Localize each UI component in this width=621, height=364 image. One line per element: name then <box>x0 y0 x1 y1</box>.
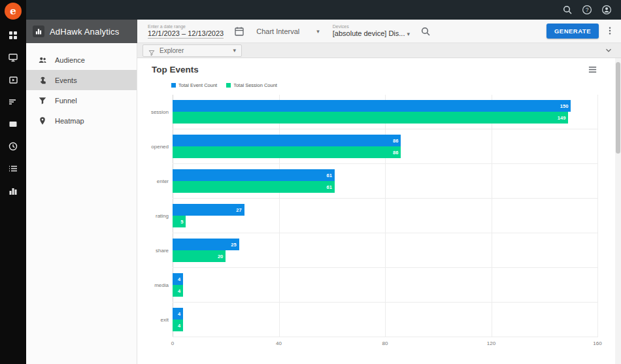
generate-button[interactable]: GENERATE <box>546 24 599 39</box>
devices-label: Devices <box>333 24 410 29</box>
bar-rating[interactable]: 5 <box>173 216 186 227</box>
list-icon[interactable] <box>8 163 18 174</box>
bar-session[interactable]: 150 <box>173 100 571 112</box>
bar-value-label: 61 <box>326 173 331 178</box>
date-range-field[interactable]: Enter a date range 12/1/2023 – 12/13/202… <box>148 24 224 39</box>
search-icon[interactable] <box>420 26 431 37</box>
help-icon[interactable]: ? <box>582 5 592 15</box>
category-label: opened <box>152 129 173 164</box>
sidebar-nav: Audience Events Funnel Heatmap <box>26 43 137 364</box>
bar-opened[interactable]: 86 <box>173 135 401 146</box>
desktop-icon[interactable] <box>8 52 18 63</box>
bar-value-label: 5 <box>180 219 183 225</box>
legend-label: Total Event Count <box>178 82 217 88</box>
explorer-select[interactable]: Explorer ▾ <box>143 44 242 57</box>
scrollbar-thumb[interactable] <box>616 62 620 154</box>
category-labels: sessionopenedenterratingsharemediaexit <box>152 95 173 337</box>
svg-text:?: ? <box>586 7 589 13</box>
bar-exit[interactable]: 4 <box>173 308 183 320</box>
chevron-down-icon: ▾ <box>233 47 236 54</box>
chart-menu-icon[interactable] <box>588 65 597 74</box>
card-title: Top Events <box>152 65 199 74</box>
x-axis-tick-label: 160 <box>593 340 601 346</box>
sort-icon[interactable] <box>8 97 18 107</box>
legend-item: Total Session Count <box>226 82 277 88</box>
x-axis: 04080120160 <box>173 337 597 348</box>
bar-chart-icon[interactable] <box>8 186 18 196</box>
chart-row: 275 <box>173 199 597 233</box>
calendar-icon[interactable] <box>234 26 244 37</box>
bar-media[interactable]: 4 <box>173 285 183 297</box>
legend-swatch <box>171 83 176 88</box>
more-options-icon[interactable] <box>605 26 614 37</box>
bar-share[interactable]: 25 <box>173 239 239 250</box>
bar-enter[interactable]: 61 <box>173 181 335 193</box>
location-pin-icon <box>38 116 47 125</box>
funnel-icon <box>38 96 47 105</box>
legend-item: Total Event Count <box>171 82 217 88</box>
card-icon[interactable] <box>8 119 18 129</box>
x-axis-tick-label: 80 <box>382 340 388 346</box>
bar-opened[interactable]: 86 <box>173 146 401 158</box>
sidebar-item-label: Audience <box>55 56 85 64</box>
category-label: share <box>152 233 173 268</box>
bar-session[interactable]: 149 <box>173 112 568 124</box>
bar-value-label: 27 <box>236 207 241 213</box>
people-icon <box>38 56 47 65</box>
dashboard-icon[interactable] <box>8 30 18 41</box>
chart-legend: Total Event CountTotal Session Count <box>171 82 597 88</box>
app-window: e ? AdHawk Analytics Audience Events <box>0 0 621 364</box>
analytics-icon <box>33 25 44 37</box>
sidebar-item-label: Funnel <box>55 97 77 105</box>
category-label: media <box>152 268 173 303</box>
chart-plot: 1501498686616127525204444 <box>173 95 597 337</box>
sidebar-item-heatmap[interactable]: Heatmap <box>26 110 137 131</box>
devices-value[interactable]: [absolute device] Dis... ▾ <box>333 29 410 38</box>
bar-media[interactable]: 4 <box>173 273 183 285</box>
explorer-label: Explorer <box>159 47 228 54</box>
chart-row: 8686 <box>173 129 597 164</box>
chevron-down-icon: ▾ <box>407 31 411 37</box>
chart-row: 44 <box>173 268 597 303</box>
search-icon[interactable] <box>562 5 573 15</box>
chart-interval-select[interactable]: Chart Interval ▾ <box>256 27 320 35</box>
app-title: AdHawk Analytics <box>50 27 120 37</box>
bar-value-label: 61 <box>326 184 331 190</box>
adhawk-logo-icon[interactable]: e <box>5 3 22 20</box>
touch-icon <box>38 76 47 85</box>
x-axis-row: 04080120160 <box>152 337 597 348</box>
sidebar-item-label: Events <box>55 76 77 84</box>
icon-rail: e <box>0 0 26 364</box>
date-range-value[interactable]: 12/1/2023 – 12/13/2023 <box>148 29 224 39</box>
history-icon[interactable] <box>8 141 18 152</box>
bar-value-label: 4 <box>178 311 180 317</box>
category-label: rating <box>152 199 173 233</box>
sidebar-item-events[interactable]: Events <box>26 70 137 90</box>
bar-value-label: 25 <box>231 242 236 248</box>
query-toolbar: Enter a date range 12/1/2023 – 12/13/202… <box>137 20 621 43</box>
devices-field[interactable]: Devices [absolute device] Dis... ▾ <box>333 24 410 38</box>
gridline <box>597 95 598 337</box>
bar-value-label: 20 <box>218 254 223 259</box>
bar-value-label: 149 <box>558 115 566 121</box>
vertical-scrollbar[interactable] <box>615 58 621 364</box>
account-icon[interactable] <box>601 5 612 15</box>
category-label: session <box>152 95 173 129</box>
explorer-row: Explorer ▾ <box>137 43 621 58</box>
bar-enter[interactable]: 61 <box>173 169 335 181</box>
collapse-chevron-icon[interactable] <box>604 46 613 55</box>
bar-exit[interactable]: 4 <box>173 320 183 331</box>
chart-row: 2520 <box>173 233 597 268</box>
chart: sessionopenedenterratingsharemediaexit 1… <box>152 95 597 337</box>
video-library-icon[interactable] <box>8 74 18 85</box>
x-axis-tick-label: 120 <box>487 340 495 346</box>
bar-value-label: 86 <box>393 150 398 156</box>
sidebar-item-audience[interactable]: Audience <box>26 50 137 70</box>
chart-row: 150149 <box>173 95 597 129</box>
sidebar-item-funnel[interactable]: Funnel <box>26 90 137 110</box>
bar-share[interactable]: 20 <box>173 250 226 262</box>
chart-row: 44 <box>173 303 597 337</box>
chart-plot-rows: 1501498686616127525204444 <box>173 95 597 337</box>
legend-swatch <box>226 83 231 88</box>
bar-rating[interactable]: 27 <box>173 204 244 216</box>
